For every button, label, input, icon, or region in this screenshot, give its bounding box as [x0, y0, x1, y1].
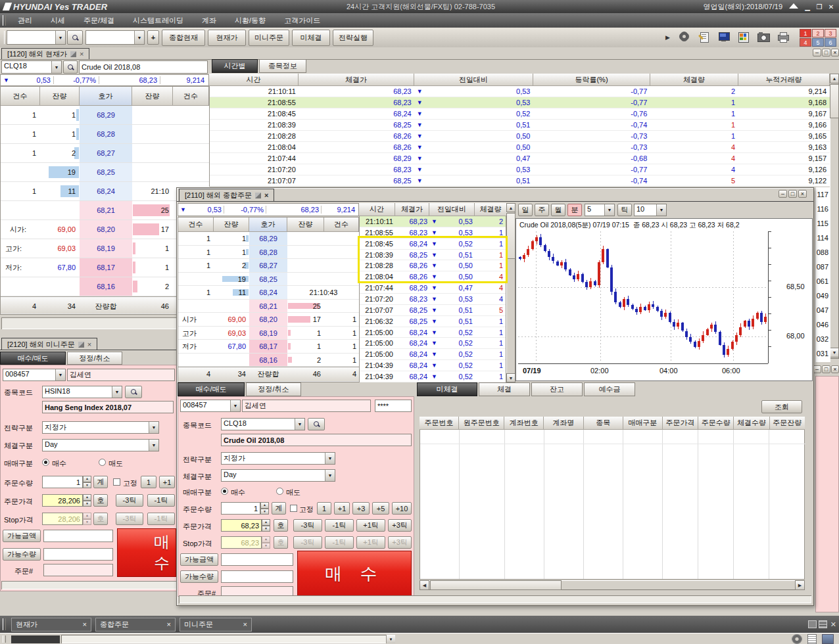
quick-4[interactable]: 4	[800, 38, 811, 47]
toolbar-overflow-arrow[interactable]: ▶	[665, 34, 670, 41]
mdi-close-button[interactable]: ×	[831, 365, 839, 373]
ask-row[interactable]: 1168,28	[1, 125, 210, 144]
chart-monthly-button[interactable]: 월	[551, 204, 565, 216]
quick-1[interactable]: 1	[800, 29, 811, 37]
popup-qty-plus1-button[interactable]: +1	[334, 502, 350, 515]
tab-positions[interactable]: 잔고	[531, 382, 583, 396]
popup-radio-sell[interactable]	[276, 488, 283, 495]
ask-row[interactable]: 1168,29	[1, 106, 210, 125]
ts-row[interactable]: 21:08:45 68,24 ▼ 0,52 -0,76 1 9,167	[210, 108, 830, 120]
scroll-thumb[interactable]	[506, 213, 515, 259]
mini-buy-button[interactable]: 매 수	[117, 528, 176, 577]
mdi-close-button[interactable]: ×	[831, 49, 839, 57]
popup-total-button[interactable]: 계	[272, 502, 286, 515]
ts-row[interactable]: 21:07:20 68,23 ▼ 0,53 4	[360, 294, 506, 305]
mini-ho-button[interactable]: 호	[93, 494, 108, 507]
mini-strategy-combo[interactable]: 지정가▼	[42, 421, 159, 434]
tab-instrument-info[interactable]: 종목정보	[259, 59, 306, 73]
chevron-down-icon[interactable]: ▼	[656, 204, 666, 216]
quick-3[interactable]: 3	[825, 29, 836, 37]
ask-row[interactable]: 1168,28	[178, 246, 360, 260]
popup-qty-plus5-button[interactable]: +5	[372, 502, 389, 515]
mini-fixed-checkbox[interactable]	[113, 478, 120, 486]
mini-tab-modify[interactable]: 정정/취소	[67, 352, 122, 365]
mini-qty-plus1-button[interactable]: +1	[159, 476, 175, 488]
mini-qty-stepper[interactable]: ▲▼	[83, 476, 91, 488]
edit-icon[interactable]	[70, 51, 76, 57]
popup-plus3tick-button[interactable]: +3틱	[388, 519, 412, 532]
mini-code-combo[interactable]: HSIN18▼	[42, 386, 122, 398]
popup-radio-buy[interactable]	[221, 488, 228, 495]
popup-avail-qty-button[interactable]: 가능수량	[180, 570, 218, 583]
popup-title-tab[interactable]: [2110] 해외 종합주문 ×	[179, 189, 274, 201]
ts-row[interactable]: 21:08:28 68,26 ▼ 0,50 -0,73 1 9,165	[210, 131, 830, 142]
menu-market-trend[interactable]: 시황/동향	[226, 16, 275, 26]
popup-code-search-button[interactable]	[308, 418, 325, 430]
mini-tif-combo[interactable]: Day▼	[42, 439, 159, 451]
menu-quotes[interactable]: 시세	[41, 16, 74, 26]
task-tab-price[interactable]: 현재가×	[11, 618, 91, 632]
home-icon[interactable]	[789, 3, 798, 9]
chart-minute-button[interactable]: 분	[567, 204, 582, 216]
tab-filled[interactable]: 체결	[479, 382, 530, 396]
popup-tif-combo[interactable]: Day▼	[221, 469, 335, 482]
scroll-left-icon[interactable]: ◀	[420, 580, 429, 590]
popup-qty-stepper[interactable]: ▲▼	[260, 502, 269, 515]
ask-row[interactable]: 1968,25	[178, 273, 360, 287]
ts-row[interactable]: 21:04:39 68,24 ▼ 0,52 1	[360, 371, 506, 382]
monitor-icon[interactable]	[718, 32, 730, 42]
bid-row[interactable]: 고가69,0368,1911	[178, 327, 360, 340]
mini-price-stepper[interactable]: ▲▼	[83, 494, 91, 507]
mdi-minimize-button[interactable]: –	[813, 49, 821, 57]
ts-row[interactable]: 21:07:20 68,23 ▼ 0,53 -0,77 4 9,126	[210, 164, 830, 175]
tab-mini-order[interactable]: [2120] 해외 미니주문 ×	[1, 338, 97, 350]
mini-radio-sell[interactable]	[99, 459, 106, 466]
task-tab-mini[interactable]: 미니주문×	[180, 618, 252, 632]
toolbar-price-button[interactable]: 현재가	[208, 30, 246, 46]
popup-plus1tick-button[interactable]: +1틱	[356, 519, 385, 532]
close-tab-icon[interactable]: ×	[80, 50, 84, 58]
ask-row[interactable]: 1168,29	[178, 232, 360, 246]
popup-buy-button[interactable]: 매 수	[297, 551, 412, 597]
mini-qty-1-button[interactable]: 1	[141, 476, 156, 488]
scroll-down-icon[interactable]: ▼	[830, 348, 839, 357]
close-all-icon[interactable]: ✕	[830, 620, 836, 629]
popup-minimize-button[interactable]: –	[779, 190, 787, 198]
chevron-down-icon[interactable]: ▼	[149, 440, 158, 451]
chevron-down-icon[interactable]: ▼	[325, 453, 335, 464]
scroll-thumb[interactable]	[430, 580, 562, 590]
tab-overseas-price[interactable]: [1120] 해외 현재가 ×	[1, 48, 89, 59]
toolbar-strategy-button[interactable]: 전략실행	[333, 30, 373, 46]
ts-row[interactable]: 21:04:39 68,24 ▼ 0,52 1	[360, 360, 506, 371]
quick-5[interactable]: 5	[812, 38, 824, 47]
chevron-down-icon[interactable]: ▼	[134, 31, 144, 44]
chevron-down-icon[interactable]: ▼	[55, 31, 65, 44]
toolbar-open-orders-button[interactable]: 미체결	[292, 30, 330, 46]
tab-deposit[interactable]: 예수금	[584, 382, 635, 396]
toolbar-add-button[interactable]: +	[147, 30, 159, 45]
mdi-restore-button[interactable]: □	[822, 365, 830, 373]
close-icon[interactable]: ×	[167, 620, 171, 628]
scroll-down-icon[interactable]: ▼	[506, 373, 515, 382]
close-tab-icon[interactable]: ×	[264, 191, 268, 199]
log-icon[interactable]	[807, 634, 817, 644]
chevron-down-icon[interactable]: ▼	[604, 204, 614, 216]
chevron-down-icon[interactable]: ▼	[112, 386, 122, 398]
scroll-right-icon[interactable]: ▶	[795, 580, 805, 590]
menu-guide[interactable]: 고객가이드	[275, 16, 329, 26]
bid-row[interactable]: 68,2125	[178, 300, 360, 313]
mini-price-input[interactable]: 28,206	[42, 494, 83, 507]
popup-minus3tick-button[interactable]: -3틱	[293, 519, 322, 532]
ts-row[interactable]: 21:07:07 68,25 ▼ 0,51 -0,74 5 9,122	[210, 175, 830, 187]
layout-grid-icon[interactable]	[738, 32, 750, 42]
popup-tab-buysell[interactable]: 매수/매도	[178, 382, 245, 396]
close-tab-icon[interactable]: ×	[87, 340, 91, 348]
journal-icon[interactable]	[698, 32, 710, 42]
query-button[interactable]: 조회	[761, 400, 802, 413]
menu-system-trading[interactable]: 시스템트레이딩	[124, 16, 193, 26]
restore-button[interactable]: ❐	[814, 2, 825, 11]
popup-qty-plus10-button[interactable]: +10	[392, 502, 412, 515]
ts-row[interactable]: 21:05:00 68,24 ▼ 0,52 1	[360, 327, 506, 338]
popup-code-combo[interactable]: CLQ18▼	[221, 418, 305, 430]
toolbar-miniorder-button[interactable]: 미니주문	[249, 30, 289, 46]
